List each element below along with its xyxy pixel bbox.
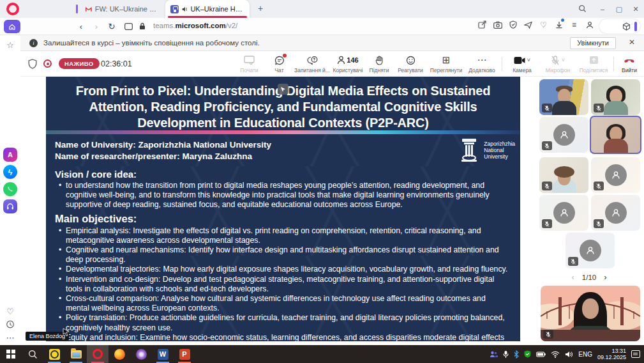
- start-presenting-button[interactable]: Почати: [234, 55, 264, 73]
- screen: FW: UK–Ukraine Horizon E UK–Ukraine Hori…: [0, 0, 644, 363]
- share-page-icon[interactable]: [477, 20, 487, 29]
- participant-video-tile[interactable]: [539, 79, 588, 115]
- featured-participant-tile[interactable]: [541, 286, 640, 341]
- participant-avatar-tile[interactable]: [591, 195, 640, 231]
- minimize-button[interactable]: –: [594, 5, 611, 13]
- extensions-menu-icon[interactable]: ≡: [569, 20, 579, 29]
- tray-volume-icon[interactable]: [565, 351, 573, 358]
- word-icon: W: [158, 349, 168, 360]
- messenger-icon: ϟ: [3, 165, 17, 179]
- vision-bullet: to understand how the transition from pr…: [57, 181, 511, 210]
- mic-muted-icon: [594, 104, 604, 112]
- back-button[interactable]: ‹: [75, 20, 87, 33]
- presenter-line: Name of researcher/presenter: Maryna Zal…: [55, 151, 511, 162]
- tray-usb-icon[interactable]: [503, 350, 509, 359]
- share-button[interactable]: Поділитися: [576, 55, 611, 73]
- taskbar-clock[interactable]: 13:31 09.12.2025: [597, 348, 626, 360]
- tray-teams-icon[interactable]: [490, 350, 498, 358]
- tray-defender-icon[interactable]: [524, 350, 531, 358]
- teams-app: i Залишайтеся в курсі – увімкніть сповіщ…: [20, 35, 644, 345]
- tab-audio-icon[interactable]: [182, 6, 187, 13]
- new-tab-button[interactable]: +: [254, 3, 267, 15]
- tab-label: FW: UK–Ukraine Horizon E: [95, 5, 158, 13]
- camera-button[interactable]: ˅ Камера: [504, 55, 540, 73]
- home-button[interactable]: [4, 20, 20, 33]
- notification-close-icon[interactable]: ✕: [629, 38, 635, 47]
- tab-island-indicator: [76, 4, 78, 13]
- downloads-icon[interactable]: [554, 20, 564, 29]
- maximize-button[interactable]: ▢: [611, 5, 627, 13]
- taskbar-file-explorer[interactable]: [65, 345, 87, 363]
- taskbar-firefox[interactable]: [109, 345, 130, 363]
- objective-item: Cognitive and neural mechanisms: Identif…: [57, 245, 511, 265]
- leave-button[interactable]: Вийти: [616, 55, 643, 73]
- bookmarks-star-icon[interactable]: ☆: [6, 40, 14, 50]
- chat-button[interactable]: Чат: [264, 55, 294, 73]
- lock-icon[interactable]: [137, 20, 148, 33]
- player-icon: [3, 199, 17, 213]
- taskbar-word[interactable]: W: [152, 345, 174, 363]
- profile-icon[interactable]: [585, 20, 594, 29]
- participant-avatar-tile[interactable]: [539, 195, 588, 231]
- aria-icon: A: [3, 148, 17, 162]
- participant-video-tile[interactable]: [591, 79, 640, 115]
- microphone-button[interactable]: ˅ Мікрофон: [540, 55, 576, 73]
- forward-button[interactable]: ›: [91, 20, 102, 33]
- sidebar-item-messenger[interactable]: ϟ: [3, 165, 17, 179]
- objective-item: Empirical analysis: Investigate the effe…: [57, 226, 511, 245]
- sidebar-item-player[interactable]: [3, 199, 17, 213]
- next-page-icon[interactable]: ›: [604, 272, 606, 282]
- react-button[interactable]: Реагувати: [393, 55, 428, 73]
- qa-button[interactable]: Запитання й...: [294, 55, 330, 73]
- sidebar-heart-icon[interactable]: ♡: [6, 307, 14, 316]
- participant-avatar-tile[interactable]: [565, 233, 615, 268]
- tray-battery-icon[interactable]: [536, 351, 546, 357]
- tab-teams-active[interactable]: UK–Ukraine Horizon E: [165, 0, 250, 18]
- taskbar-powerpoint[interactable]: P: [174, 345, 195, 363]
- prev-page-icon[interactable]: ‹: [571, 272, 574, 282]
- active-speaker-tile[interactable]: [590, 116, 641, 154]
- camera-chevron-icon[interactable]: ˅: [527, 57, 530, 63]
- participants-button[interactable]: 146 Користувачі: [330, 55, 366, 73]
- tray-bluetooth-icon[interactable]: [514, 350, 519, 359]
- send-to-device-icon[interactable]: [523, 20, 533, 29]
- security-shield-icon: [28, 59, 37, 69]
- tab-tiling-icon[interactable]: [123, 20, 134, 33]
- taskbar-tor[interactable]: [130, 345, 152, 363]
- participant-avatar-tile[interactable]: [539, 117, 588, 153]
- url-field[interactable]: teams.microsoft.com/v2/: [153, 22, 237, 29]
- sidebar-item-whatsapp[interactable]: [3, 182, 17, 196]
- search-icon: [28, 350, 38, 359]
- reload-button[interactable]: ↻: [106, 20, 117, 33]
- enable-notifications-button[interactable]: Увімкнути: [570, 37, 616, 49]
- tab-gmail[interactable]: FW: UK–Ukraine Horizon E: [80, 0, 163, 18]
- participant-video-tile[interactable]: [539, 157, 588, 193]
- shield-check-icon[interactable]: [508, 20, 518, 29]
- close-button[interactable]: ✕: [627, 5, 644, 13]
- more-icon: ⋯: [477, 54, 487, 66]
- history-icon[interactable]: [6, 320, 15, 328]
- vision-heading: Vision / core idea:: [55, 168, 511, 180]
- tray-wifi-icon[interactable]: [551, 351, 560, 358]
- gallery-pagination: ‹ 1/10 ›: [539, 272, 639, 282]
- mic-muted-icon: [542, 141, 552, 150]
- language-indicator[interactable]: ENG: [578, 351, 592, 358]
- more-options-button[interactable]: ⋯ Додатково: [464, 55, 500, 73]
- taskbar-app-player[interactable]: [43, 345, 65, 363]
- view-button[interactable]: ⊞ Переглянути: [428, 55, 464, 73]
- taskbar-search-button[interactable]: [22, 345, 43, 363]
- wallet-panel[interactable]: [599, 19, 640, 33]
- taskbar-opera-active[interactable]: [87, 345, 109, 363]
- opera-menu-button[interactable]: [6, 3, 19, 15]
- raise-hand-button[interactable]: Підняти: [366, 55, 393, 73]
- sidebar-more-icon[interactable]: ⋯: [6, 333, 15, 343]
- sidebar-item-aria[interactable]: A: [3, 148, 17, 162]
- mic-chevron-icon[interactable]: ˅: [562, 57, 565, 63]
- bookmark-heart-icon[interactable]: ♡: [539, 20, 548, 29]
- slide-body: Name of University: Zaporizhzhia Nationa…: [46, 134, 520, 341]
- search-icon[interactable]: [574, 4, 590, 14]
- participant-avatar-tile[interactable]: [591, 157, 640, 193]
- action-center-icon[interactable]: [631, 350, 640, 358]
- start-button[interactable]: [0, 345, 22, 363]
- snapshot-camera-icon[interactable]: [493, 20, 502, 29]
